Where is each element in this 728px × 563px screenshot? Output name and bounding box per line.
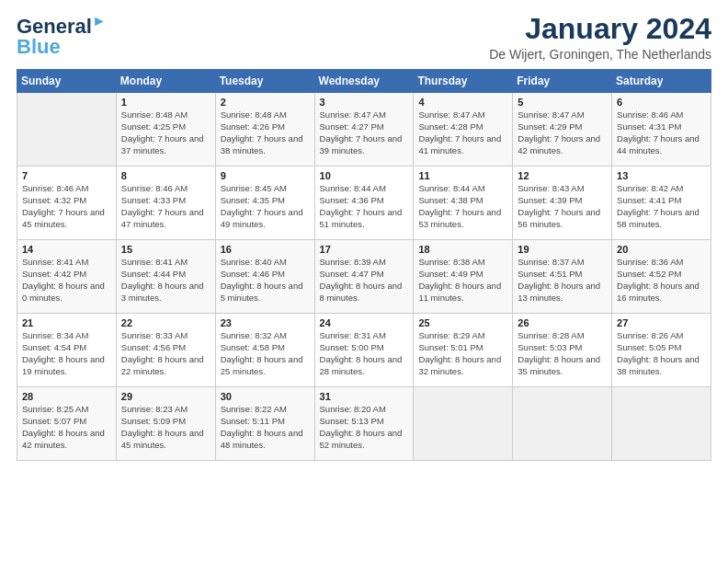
calendar-day-cell: 16Sunrise: 8:40 AMSunset: 4:46 PMDayligh… [215, 240, 314, 314]
day-detail: Sunrise: 8:46 AMSunset: 4:32 PMDaylight:… [22, 183, 111, 230]
day-number: 20 [617, 244, 706, 255]
calendar-day-cell: 20Sunrise: 8:36 AMSunset: 4:52 PMDayligh… [612, 240, 711, 314]
day-number: 18 [418, 244, 507, 255]
calendar-day-cell: 3Sunrise: 8:47 AMSunset: 4:27 PMDaylight… [314, 93, 414, 167]
calendar-day-cell: 15Sunrise: 8:41 AMSunset: 4:44 PMDayligh… [116, 240, 215, 314]
weekday-header: Sunday [17, 70, 117, 93]
calendar-day-cell: 8Sunrise: 8:46 AMSunset: 4:33 PMDaylight… [116, 167, 215, 240]
day-detail: Sunrise: 8:40 AMSunset: 4:46 PMDaylight:… [221, 257, 310, 304]
day-detail: Sunrise: 8:32 AMSunset: 4:58 PMDaylight:… [221, 330, 310, 377]
calendar-day-cell: 24Sunrise: 8:31 AMSunset: 5:00 PMDayligh… [314, 314, 414, 387]
calendar-day-cell: 14Sunrise: 8:41 AMSunset: 4:42 PMDayligh… [17, 240, 117, 314]
day-detail: Sunrise: 8:41 AMSunset: 4:44 PMDaylight:… [121, 257, 210, 304]
day-number: 30 [221, 391, 310, 402]
day-number: 31 [320, 391, 409, 402]
day-number: 3 [320, 97, 409, 108]
day-detail: Sunrise: 8:43 AMSunset: 4:39 PMDaylight:… [518, 183, 607, 230]
calendar-day-cell: 27Sunrise: 8:26 AMSunset: 5:05 PMDayligh… [612, 314, 711, 387]
calendar-week-row: 21Sunrise: 8:34 AMSunset: 4:54 PMDayligh… [17, 314, 711, 387]
day-number: 10 [320, 170, 409, 181]
calendar-day-cell: 31Sunrise: 8:20 AMSunset: 5:13 PMDayligh… [314, 387, 414, 461]
title-section: January 2024 De Wijert, Groningen, The N… [489, 13, 711, 62]
day-number: 26 [518, 317, 607, 328]
weekday-header: Thursday [414, 70, 513, 93]
location-subtitle: De Wijert, Groningen, The Netherlands [489, 47, 711, 62]
weekday-header: Wednesday [314, 70, 414, 93]
day-number: 19 [518, 244, 607, 255]
calendar-day-cell [612, 387, 711, 461]
day-number: 17 [320, 244, 409, 255]
calendar-table: SundayMondayTuesdayWednesdayThursdayFrid… [17, 69, 711, 461]
calendar-day-cell: 18Sunrise: 8:38 AMSunset: 4:49 PMDayligh… [414, 240, 513, 314]
day-detail: Sunrise: 8:31 AMSunset: 5:00 PMDaylight:… [320, 330, 409, 377]
day-number: 11 [418, 170, 507, 181]
calendar-day-cell: 22Sunrise: 8:33 AMSunset: 4:56 PMDayligh… [116, 314, 215, 387]
calendar-day-cell: 4Sunrise: 8:47 AMSunset: 4:28 PMDaylight… [414, 93, 513, 167]
day-detail: Sunrise: 8:37 AMSunset: 4:51 PMDaylight:… [518, 257, 607, 304]
weekday-header: Friday [513, 70, 612, 93]
day-number: 4 [418, 97, 507, 108]
day-number: 13 [617, 170, 706, 181]
day-detail: Sunrise: 8:33 AMSunset: 4:56 PMDaylight:… [121, 330, 210, 377]
calendar-day-cell: 17Sunrise: 8:39 AMSunset: 4:47 PMDayligh… [314, 240, 414, 314]
calendar-day-cell: 2Sunrise: 8:48 AMSunset: 4:26 PMDaylight… [215, 93, 314, 167]
day-number: 27 [617, 317, 706, 328]
day-detail: Sunrise: 8:29 AMSunset: 5:01 PMDaylight:… [418, 330, 507, 377]
day-detail: Sunrise: 8:45 AMSunset: 4:35 PMDaylight:… [221, 183, 310, 230]
day-number: 29 [121, 391, 210, 402]
calendar-day-cell: 9Sunrise: 8:45 AMSunset: 4:35 PMDaylight… [215, 167, 314, 240]
calendar-day-cell: 12Sunrise: 8:43 AMSunset: 4:39 PMDayligh… [513, 167, 612, 240]
weekday-header: Monday [116, 70, 215, 93]
day-number: 25 [418, 317, 507, 328]
weekday-header: Tuesday [215, 70, 314, 93]
day-detail: Sunrise: 8:44 AMSunset: 4:36 PMDaylight:… [320, 183, 409, 230]
day-detail: Sunrise: 8:48 AMSunset: 4:25 PMDaylight:… [121, 109, 210, 156]
calendar-day-cell: 29Sunrise: 8:23 AMSunset: 5:09 PMDayligh… [116, 387, 215, 461]
day-number: 8 [121, 170, 210, 181]
calendar-week-row: 28Sunrise: 8:25 AMSunset: 5:07 PMDayligh… [17, 387, 711, 461]
calendar-day-cell [414, 387, 513, 461]
day-detail: Sunrise: 8:25 AMSunset: 5:07 PMDaylight:… [22, 404, 111, 451]
calendar-day-cell [513, 387, 612, 461]
calendar-day-cell: 23Sunrise: 8:32 AMSunset: 4:58 PMDayligh… [215, 314, 314, 387]
day-number: 7 [22, 170, 111, 181]
calendar-day-cell: 26Sunrise: 8:28 AMSunset: 5:03 PMDayligh… [513, 314, 612, 387]
calendar-day-cell: 1Sunrise: 8:48 AMSunset: 4:25 PMDaylight… [116, 93, 215, 167]
calendar-day-cell: 30Sunrise: 8:22 AMSunset: 5:11 PMDayligh… [215, 387, 314, 461]
day-detail: Sunrise: 8:34 AMSunset: 4:54 PMDaylight:… [22, 330, 111, 377]
day-number: 1 [121, 97, 210, 108]
day-number: 16 [221, 244, 310, 255]
calendar-day-cell: 19Sunrise: 8:37 AMSunset: 4:51 PMDayligh… [513, 240, 612, 314]
logo: General► Blue [17, 13, 107, 57]
page-header: General► Blue January 2024 De Wijert, Gr… [17, 13, 711, 62]
day-number: 22 [121, 317, 210, 328]
day-number: 2 [221, 97, 310, 108]
day-detail: Sunrise: 8:26 AMSunset: 5:05 PMDaylight:… [617, 330, 706, 377]
day-detail: Sunrise: 8:46 AMSunset: 4:33 PMDaylight:… [121, 183, 210, 230]
day-detail: Sunrise: 8:46 AMSunset: 4:31 PMDaylight:… [617, 109, 706, 156]
calendar-week-row: 14Sunrise: 8:41 AMSunset: 4:42 PMDayligh… [17, 240, 711, 314]
calendar-day-cell: 28Sunrise: 8:25 AMSunset: 5:07 PMDayligh… [17, 387, 117, 461]
day-detail: Sunrise: 8:48 AMSunset: 4:26 PMDaylight:… [221, 109, 310, 156]
calendar-day-cell: 21Sunrise: 8:34 AMSunset: 4:54 PMDayligh… [17, 314, 117, 387]
calendar-day-cell: 5Sunrise: 8:47 AMSunset: 4:29 PMDaylight… [513, 93, 612, 167]
day-detail: Sunrise: 8:23 AMSunset: 5:09 PMDaylight:… [121, 404, 210, 451]
day-detail: Sunrise: 8:20 AMSunset: 5:13 PMDaylight:… [320, 404, 409, 451]
calendar-day-cell: 13Sunrise: 8:42 AMSunset: 4:41 PMDayligh… [612, 167, 711, 240]
day-detail: Sunrise: 8:22 AMSunset: 5:11 PMDaylight:… [221, 404, 310, 451]
day-number: 14 [22, 244, 111, 255]
day-number: 24 [320, 317, 409, 328]
day-number: 23 [221, 317, 310, 328]
day-detail: Sunrise: 8:39 AMSunset: 4:47 PMDaylight:… [320, 257, 409, 304]
day-detail: Sunrise: 8:44 AMSunset: 4:38 PMDaylight:… [418, 183, 507, 230]
weekday-header: Saturday [612, 70, 711, 93]
day-number: 15 [121, 244, 210, 255]
logo-blue: Blue [17, 37, 61, 57]
day-number: 5 [518, 97, 607, 108]
day-detail: Sunrise: 8:41 AMSunset: 4:42 PMDaylight:… [22, 257, 111, 304]
day-detail: Sunrise: 8:47 AMSunset: 4:29 PMDaylight:… [518, 109, 607, 156]
day-number: 6 [617, 97, 706, 108]
calendar-day-cell [17, 93, 117, 167]
calendar-day-cell: 6Sunrise: 8:46 AMSunset: 4:31 PMDaylight… [612, 93, 711, 167]
calendar-day-cell: 10Sunrise: 8:44 AMSunset: 4:36 PMDayligh… [314, 167, 414, 240]
